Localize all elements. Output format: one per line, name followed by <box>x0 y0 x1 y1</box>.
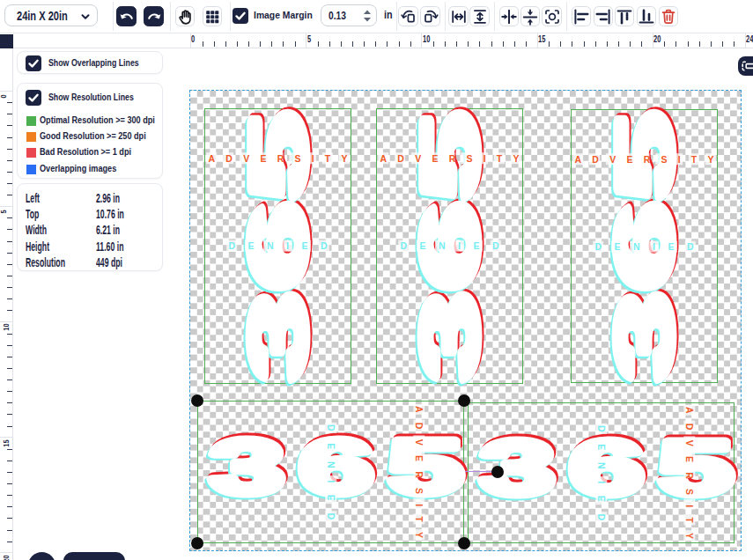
svg-text:365: 365 <box>480 424 748 510</box>
svg-text:ADVERSITY: ADVERSITY <box>575 154 714 165</box>
svg-text:ADVERSITY: ADVERSITY <box>684 407 695 539</box>
svg-text:365: 365 <box>210 423 477 509</box>
svg-text:ADVERSITY: ADVERSITY <box>380 153 520 164</box>
svg-text:ADVERSITY: ADVERSITY <box>209 153 348 164</box>
svg-text:ADVERSITY: ADVERSITY <box>414 406 424 538</box>
